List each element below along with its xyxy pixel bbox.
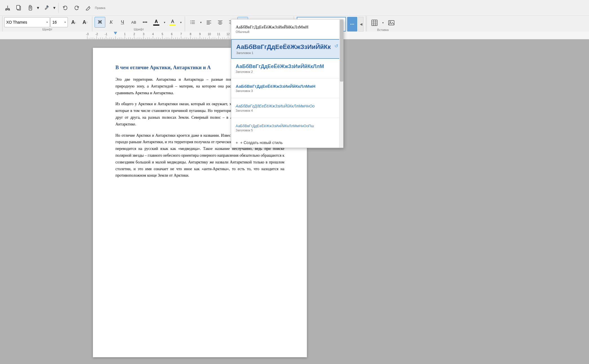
- style-h1-preview: АаБбВвГгДдЕеЁёЖжЗзИиЙйКк: [236, 43, 331, 51]
- styles-scrollbar[interactable]: [339, 19, 343, 148]
- style-normal-preview: АаБбВвГгДдЕеЁёЖжЗзИиЙйКкЛлМмН: [236, 25, 339, 30]
- format-painter-button[interactable]: [41, 3, 52, 13]
- cut-button[interactable]: [2, 3, 13, 13]
- format-arrow-button[interactable]: ▾: [52, 3, 57, 13]
- insert-icons: ▾: [369, 17, 397, 28]
- bold-button[interactable]: Ж: [95, 17, 105, 28]
- font-size-combo[interactable]: 16 ▾: [50, 17, 68, 27]
- style-item-h3[interactable]: АаБбВвГгДдЕеЁёЖжЗзИиЙйКкЛлМмН Заголовок …: [231, 78, 343, 98]
- insert-image-button[interactable]: [386, 17, 397, 28]
- font-section: XO Thames ▾ 16 ▾ A↓ A↑ Шрифт: [2, 16, 92, 32]
- svg-point-40: [351, 24, 351, 25]
- style-normal-label: Обычный: [236, 30, 339, 33]
- divider-1: [58, 3, 59, 13]
- align-left-button[interactable]: [204, 17, 214, 28]
- list-button[interactable]: [187, 17, 198, 28]
- style-h4-label: Заголовок 4: [236, 109, 339, 112]
- toolbar-row1: ▾ ▾ Правка: [0, 0, 589, 16]
- font-style-section: Ж К Ч АВ ••• А ▾ А ▾: [93, 16, 185, 32]
- svg-rect-43: [372, 20, 377, 26]
- font-more-button[interactable]: •••: [140, 17, 150, 28]
- italic-button[interactable]: К: [106, 17, 117, 28]
- font-grow-button[interactable]: A↑: [80, 17, 90, 28]
- svg-rect-48: [389, 21, 394, 25]
- paste-group: ▾: [25, 3, 41, 13]
- svg-point-42: [353, 24, 354, 25]
- h1-refresh-icon[interactable]: ↺: [334, 43, 338, 49]
- style-item-normal[interactable]: АаБбВвГгДдЕеЁёЖжЗзИиЙйКкЛлМмН Обычный: [231, 19, 343, 39]
- copy-button[interactable]: [14, 3, 24, 13]
- style-item-h5[interactable]: АаБбВвГгДдЕеЁёЖжЗзИиЙйКкЛлМмНнОоПш Загол…: [231, 118, 343, 138]
- create-style-button[interactable]: + + Создать новый стиль: [231, 138, 343, 148]
- style-h1-label: Заголовок 1: [236, 51, 338, 55]
- collapse-panel-button[interactable]: ◀: [358, 17, 363, 32]
- shrift-label2: Шрифт: [134, 28, 144, 32]
- font-color-arrow[interactable]: ▾: [162, 17, 167, 28]
- style-item-h1[interactable]: АаБбВвГгДдЕеЁёЖжЗзИиЙйКк ↺ Заголовок 1: [231, 39, 343, 59]
- list-arrow[interactable]: ▾: [198, 17, 203, 28]
- font-size-arrow: ▾: [64, 21, 66, 24]
- h1-row: АаБбВвГгДдЕеЁёЖжЗзИиЙйКк ↺: [236, 43, 338, 51]
- svg-rect-1: [17, 5, 20, 9]
- style-h3-label: Заголовок 3: [236, 89, 339, 93]
- style-h4-preview: АаБбВвГгДдЕеЁёЖжЗзИиЙйКкЛлМмНнОо: [236, 104, 339, 108]
- shrift-label: Шрифт: [42, 28, 52, 32]
- redo-button[interactable]: [71, 3, 82, 13]
- font-name-combo[interactable]: XO Thames ▾: [4, 17, 50, 27]
- font-style-buttons: Ж К Ч АВ ••• А ▾ А ▾: [95, 17, 183, 28]
- insert-table-button[interactable]: [369, 17, 380, 28]
- font-name-arrow: ▾: [46, 21, 48, 24]
- undo-button[interactable]: [60, 3, 71, 13]
- style-item-h4[interactable]: АаБбВвГгДдЕеЁёЖжЗзИиЙйКкЛлМмНнОо Заголов…: [231, 98, 343, 118]
- font-size-text: 16: [52, 20, 63, 24]
- svg-point-41: [352, 24, 353, 25]
- font-section-buttons: XO Thames ▾ 16 ▾ A↓ A↑: [4, 17, 90, 28]
- create-style-label: + Создать новый стиль: [240, 140, 283, 145]
- style-h3-preview: АаБбВвГгДдЕеЁёЖжЗзИиЙйКкЛлМмН: [236, 84, 339, 89]
- styles-panel: АаБбВвГгДдЕеЁёЖжЗзИиЙйКкЛлМмН Обычный Аа…: [231, 19, 343, 148]
- underline-button[interactable]: Ч: [117, 17, 128, 28]
- style-h5-preview: АаБбВвГгДдЕеЁёЖжЗзИиЙйКкЛлМмНнОоПш: [236, 124, 339, 128]
- font-shrink-button[interactable]: A↓: [68, 17, 79, 28]
- insert-section: ▾ Вставка: [367, 16, 399, 32]
- svg-rect-3: [29, 5, 31, 7]
- format-painter-group: ▾: [41, 3, 57, 13]
- font-name-text: XO Thames: [6, 20, 45, 24]
- paste-button[interactable]: [25, 3, 35, 13]
- style-h2-label: Заголовок 2: [236, 70, 339, 73]
- font-color-button[interactable]: А: [151, 17, 162, 28]
- caps-button[interactable]: АВ: [128, 17, 139, 28]
- svg-point-49: [390, 21, 391, 23]
- style-item-h2[interactable]: АаБбВвГгДдЕеЁёЖжЗзИиЙйКкЛлМ Заголовок 2: [231, 59, 343, 78]
- paste-arrow-button[interactable]: ▾: [35, 3, 41, 13]
- style-h2-preview: АаБбВвГгДдЕеЁёЖжЗзИиЙйКкЛлМ: [236, 64, 339, 69]
- highlight-arrow[interactable]: ▾: [179, 17, 183, 28]
- pravka-label: Правка: [95, 6, 105, 10]
- table-arrow[interactable]: ▾: [381, 17, 385, 28]
- create-style-plus: +: [236, 140, 238, 145]
- highlight-button[interactable]: А: [167, 17, 178, 28]
- styles-scrollbar-thumb[interactable]: [340, 20, 343, 82]
- svg-rect-6: [47, 6, 48, 7]
- more-styles-button[interactable]: [347, 17, 357, 32]
- align-center-button[interactable]: [215, 17, 226, 28]
- vstavka-label: Вставка: [377, 28, 389, 32]
- eraser-button[interactable]: [82, 3, 93, 13]
- style-h5-label: Заголовок 5: [236, 129, 339, 132]
